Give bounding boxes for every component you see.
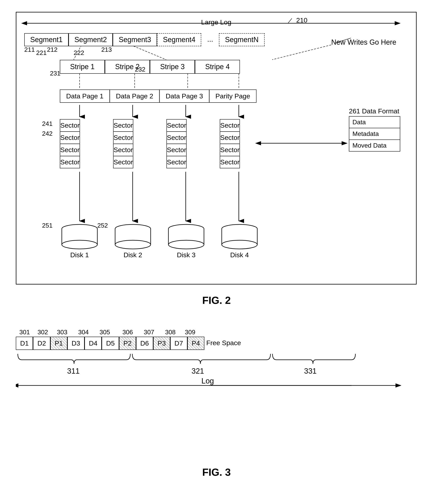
data-format-rows: Data Metadata Moved Data [349,116,400,152]
block-d7: D7 [170,337,187,350]
block-d1: D1 [16,337,33,350]
stripe3: Stripe 3 [150,60,195,74]
ref-309: 309 [185,329,195,336]
svg-point-41 [222,240,257,249]
datapages-row: Data Page 1 Data Page 2 Data Page 3 Pari… [60,90,256,103]
svg-text:Log: Log [201,377,214,385]
svg-line-4 [288,18,292,23]
ref-210: 210 [296,16,307,24]
ref-242: 242 [42,130,53,137]
sector-column-1: Sector Sector Sector Sector [60,119,80,168]
datapage2: Data Page 2 [110,90,159,103]
moved-data-row: Moved Data [349,140,400,151]
fig3-diagram: 301 302 303 304 305 306 307 308 309 D1 D… [16,324,417,409]
disk4: Disk 4 [220,224,259,259]
svg-text:321: 321 [192,367,204,375]
large-log-label: Large Log [201,18,231,26]
stripe4: Stripe 4 [195,60,240,74]
block-d2: D2 [33,337,50,350]
new-writes-label: New Writes Go Here [331,38,396,46]
block-d4: D4 [85,337,102,350]
ref-252: 252 [97,222,108,229]
disk3-label: Disk 3 [167,251,206,259]
disk3: Disk 3 [167,224,206,259]
ref-301: 301 [19,329,30,336]
ref-303: 303 [57,329,67,336]
disk1: Disk 1 [60,224,99,259]
segment2: Segment2 [69,33,113,46]
segment4: Segment4 [157,33,201,46]
svg-text:311: 311 [67,367,80,375]
disk1-label: Disk 1 [60,251,99,259]
segment-dots: ... [201,33,219,46]
fig3-blocks: D1 D2 P1 D3 D4 D5 P2 D6 P3 D7 P4 Free Sp… [16,337,417,350]
ref-211: 211 [24,46,35,53]
ref-213: 213 [101,46,112,53]
sector-column-3: Sector Sector Sector Sector [167,119,186,168]
paritypage: Parity Page [209,90,256,103]
metadata-row: Metadata [349,128,400,140]
block-p1: P1 [50,337,67,350]
sector-column-4: Sector Sector Sector Sector [220,119,240,168]
fig3-refs-row: 301 302 303 304 305 306 307 308 309 [16,324,417,336]
disk2-label: Disk 2 [113,251,153,259]
block-p4: P4 [187,337,204,350]
ref-307: 307 [144,329,154,336]
fig3-caption: FIG. 3 [0,466,433,478]
datapage1: Data Page 1 [60,90,110,103]
ref-222: 222 [74,49,84,56]
block-p2: P2 [119,337,136,350]
data-format-title: Data Format [362,107,399,115]
ref-212: 212 [47,46,57,53]
disk4-label: Disk 4 [220,251,259,259]
ref-251: 251 [42,222,53,229]
svg-point-31 [115,240,151,249]
ref-306: 306 [123,329,133,336]
ref-241: 241 [42,120,53,127]
block-d5: D5 [102,337,119,350]
data-format-section: 261 Data Format Data Metadata Moved Data [349,107,400,152]
sector-column-2: Sector Sector Sector Sector [113,119,133,168]
svg-point-26 [62,240,97,249]
fig2-diagram: 210 Large Log Segment1 Segment2 Segment3… [16,12,417,285]
segment1: Segment1 [24,33,69,46]
ref-261: 261 Data Format [349,107,400,115]
ref-308: 308 [165,329,176,336]
svg-line-5 [272,45,331,60]
ref-302: 302 [37,329,48,336]
ref-221: 221 [36,49,47,56]
data-row: Data [349,117,400,128]
stripes-row: Stripe 1 Stripe 2 Stripe 3 Stripe 4 [60,60,240,74]
segments-row: Segment1 Segment2 Segment3 Segment4 ... … [24,33,265,46]
stripe1: Stripe 1 [60,60,105,74]
segmentN: SegmentN [219,33,264,46]
svg-point-36 [168,240,204,249]
datapage3: Data Page 3 [159,90,209,103]
ref-304: 304 [78,329,89,336]
svg-text:331: 331 [304,367,317,375]
block-d3: D3 [67,337,85,350]
ref-231: 231 [50,70,61,77]
fig2-caption: FIG. 2 [0,294,433,306]
block-p3: P3 [153,337,170,350]
ref-305: 305 [99,329,110,336]
block-d6: D6 [136,337,153,350]
segment3: Segment3 [113,33,157,46]
ref-232: 232 [135,66,145,73]
svg-line-7 [131,45,166,60]
free-space-label: Free Space [204,337,243,350]
disk2: Disk 2 [113,224,153,259]
